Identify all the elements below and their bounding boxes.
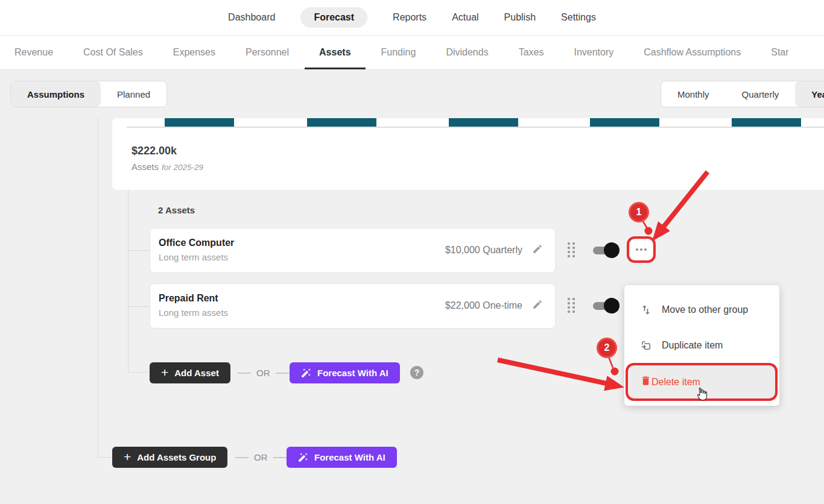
tab-monthly[interactable]: Monthly (661, 81, 726, 107)
add-asset-button[interactable]: + Add Asset (150, 362, 230, 383)
tab-quarterly[interactable]: Quarterly (726, 81, 796, 107)
menu-item-move-to-other-group[interactable]: Move to other group (624, 295, 779, 324)
asset-amount: $22,000 One-time (445, 300, 522, 311)
nav-forecast[interactable]: Forecast (300, 7, 367, 28)
assets-total-period: for 2025-29 (162, 163, 203, 172)
asset-card-office-computer[interactable]: Office Computer Long term assets $10,000… (150, 228, 556, 273)
app-window: Dashboard Forecast Reports Actual Publis… (0, 0, 824, 504)
chart-bar (732, 118, 801, 127)
item-tree-connector (128, 250, 150, 251)
top-navigation: Dashboard Forecast Reports Actual Publis… (0, 0, 824, 36)
menu-item-duplicate-item[interactable]: Duplicate item (624, 331, 779, 360)
edit-icon[interactable] (532, 299, 543, 312)
or-separator: OR (238, 362, 289, 383)
more-options-button[interactable] (630, 240, 652, 259)
swap-vertical-icon (640, 304, 652, 316)
menu-item-label: Duplicate item (662, 340, 723, 351)
tab-cost-of-sales[interactable]: Cost Of Sales (83, 36, 143, 69)
annotation-step-badge-1: 1 (629, 202, 649, 222)
assets-total-label: Assets (132, 162, 159, 172)
toggle-office-computer[interactable] (593, 242, 620, 258)
item-context-menu: Move to other group Duplicate item Delet… (624, 285, 779, 406)
tab-personnel[interactable]: Personnel (246, 36, 289, 69)
item-tree-connector (128, 306, 150, 307)
nav-settings[interactable]: Settings (561, 12, 596, 23)
toggle-prepaid-rent[interactable] (593, 298, 620, 313)
forecast-with-ai-label: Forecast With AI (314, 452, 385, 462)
menu-item-label: Delete item (651, 377, 700, 388)
or-separator: OR (235, 447, 287, 468)
chart-bar (449, 118, 518, 127)
tab-expenses[interactable]: Expenses (173, 36, 215, 69)
tab-cashflow-assumptions[interactable]: Cashflow Assumptions (644, 36, 741, 69)
nav-actual[interactable]: Actual (452, 12, 478, 23)
drag-handle-icon[interactable] (568, 298, 575, 313)
chart-bar (590, 118, 659, 127)
annotation-step-badge-2: 2 (597, 338, 617, 358)
add-assets-group-button[interactable]: + Add Assets Group (112, 447, 227, 468)
group-count-label: 2 Assets (158, 205, 195, 215)
plus-icon: + (161, 366, 168, 379)
toggle-knob (604, 242, 620, 258)
drag-handle-icon[interactable] (568, 242, 575, 257)
duplicate-icon (640, 339, 652, 351)
help-icon[interactable]: ? (410, 366, 423, 379)
chart-bar (307, 118, 376, 127)
item-tree-connector (128, 372, 150, 373)
annotation-arrow-2 (492, 353, 630, 398)
toggle-knob (604, 298, 620, 313)
tab-funding[interactable]: Funding (381, 36, 416, 69)
nav-publish[interactable]: Publish (504, 12, 536, 23)
chart-bar (165, 118, 234, 127)
period-switcher: Monthly Quarterly Yearly (661, 81, 824, 107)
tab-yearly[interactable]: Yearly (795, 81, 824, 107)
tab-inventory[interactable]: Inventory (574, 36, 613, 69)
or-label: OR (256, 368, 270, 378)
tab-assets[interactable]: Assets (305, 36, 365, 69)
forecast-with-ai-button[interactable]: Forecast With AI (287, 447, 397, 468)
trash-icon (640, 375, 651, 389)
annotation-connector (604, 356, 623, 377)
asset-card-prepaid-rent[interactable]: Prepaid Rent Long term assets $22,000 On… (150, 283, 556, 329)
menu-item-label: Move to other group (662, 304, 748, 315)
nav-dashboard[interactable]: Dashboard (228, 12, 275, 23)
asset-name: Prepaid Rent (159, 293, 218, 304)
assets-total-caption: Assetsfor 2025-29 (132, 162, 203, 172)
nav-reports[interactable]: Reports (393, 12, 426, 23)
asset-name: Office Computer (159, 238, 234, 248)
tab-planned[interactable]: Planned (101, 81, 166, 107)
asset-category: Long term assets (159, 252, 228, 262)
forecast-with-ai-label: Forecast With AI (317, 368, 388, 378)
or-label: OR (254, 452, 268, 462)
asset-category: Long term assets (159, 307, 228, 318)
section-navigation: Revenue Cost Of Sales Expenses Personnel… (0, 36, 824, 70)
assets-total: $222.00k (132, 145, 177, 157)
add-assets-group-label: Add Assets Group (137, 452, 216, 462)
chart-axis-line (127, 127, 824, 128)
assets-summary-card: $222.00k Assetsfor 2025-29 (112, 118, 824, 190)
plus-icon: + (124, 450, 131, 463)
tab-taxes[interactable]: Taxes (519, 36, 544, 69)
forecast-with-ai-button[interactable]: Forecast With AI (290, 362, 400, 383)
add-asset-label: Add Asset (174, 368, 219, 378)
tab-assumptions[interactable]: Assumptions (11, 81, 101, 107)
asset-amount: $10,000 Quarterly (445, 245, 522, 256)
view-mode-switcher: Assumptions Planned (10, 81, 167, 107)
menu-item-delete-item[interactable]: Delete item (626, 364, 778, 400)
tab-dividends[interactable]: Dividends (446, 36, 488, 69)
tab-revenue[interactable]: Revenue (14, 36, 53, 69)
edit-icon[interactable] (532, 244, 543, 257)
group-tree-connector (98, 457, 112, 458)
magic-wand-icon (298, 452, 308, 462)
tab-truncated[interactable]: Star (771, 36, 788, 69)
item-tree-line (128, 190, 128, 373)
group-tree-line (98, 118, 98, 457)
magic-wand-icon (301, 368, 311, 378)
